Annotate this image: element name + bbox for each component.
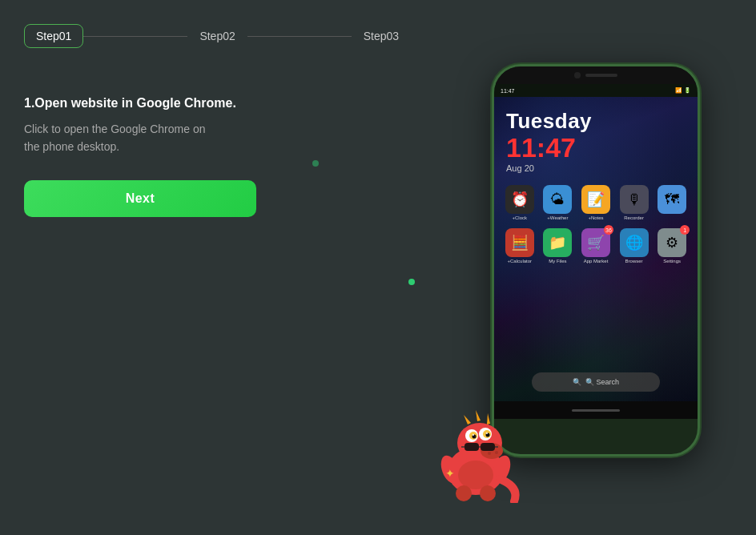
instruction-subtitle: Click to open the Google Chrome on the p… <box>24 120 280 156</box>
weather-icon: 🌤 <box>543 185 572 214</box>
app-clock: ⏰ +Clock <box>501 185 539 220</box>
market-icon: 🛒36 <box>581 228 610 257</box>
svg-point-21 <box>456 485 472 501</box>
phone-time: 11:47 <box>506 134 686 161</box>
phone-mockup: 11:47 📶 🔋 Tuesday 11:47 Aug 20 ⏰ +Clock … <box>492 64 700 457</box>
svg-rect-12 <box>481 443 495 451</box>
decorative-dot-5 <box>312 160 319 167</box>
notes-label: +Notes <box>588 215 603 220</box>
phone-day: Tuesday <box>506 109 686 134</box>
app-market: 🛒36 App Market <box>577 228 615 263</box>
recorder-label: Recorder <box>624 215 644 220</box>
dragon-character: ✦ <box>428 399 524 503</box>
browser-label: Browser <box>625 259 643 263</box>
phone-bottom-bar <box>494 401 698 419</box>
phone-screen: Tuesday 11:47 Aug 20 ⏰ +Clock 🌤 +Weather <box>494 97 698 401</box>
clock-label: +Clock <box>513 215 528 220</box>
app-calculator: 🧮 +Calculator <box>501 228 539 263</box>
search-text: 🔍 Search <box>585 378 619 386</box>
weather-label: +Weather <box>547 215 568 220</box>
svg-point-16 <box>488 452 491 455</box>
dragon-svg: ✦ <box>428 399 524 503</box>
svg-point-17 <box>495 451 498 454</box>
phone-search-bar: 🔍 🔍 Search <box>532 372 660 392</box>
files-icon: 📁 <box>543 228 572 257</box>
app-row-1: ⏰ +Clock 🌤 +Weather 📝 +Notes 🎙 Recorder <box>501 185 691 220</box>
market-label: App Market <box>584 259 609 263</box>
app-browser: 🌐 Browser <box>615 228 653 263</box>
svg-text:✦: ✦ <box>445 467 455 480</box>
step-3-label: Step03 <box>352 24 411 48</box>
step-line-1 <box>83 36 187 37</box>
settings-label: Settings <box>663 259 681 263</box>
calculator-label: +Calculator <box>508 259 533 263</box>
app-row-2: 🧮 +Calculator 📁 My Files 🛒36 App Market … <box>501 228 691 263</box>
app-maps: 🗺 <box>653 185 691 220</box>
phone-outer: 11:47 📶 🔋 Tuesday 11:47 Aug 20 ⏰ +Clock … <box>492 64 700 457</box>
phone-speaker <box>585 74 617 77</box>
step-2-label: Step02 <box>187 24 247 48</box>
svg-marker-25 <box>487 413 490 424</box>
app-settings: ⚙1 Settings <box>653 228 691 263</box>
decorative-dot-1 <box>408 279 415 285</box>
svg-marker-23 <box>464 415 471 424</box>
status-icons: 📶 🔋 <box>675 87 691 94</box>
recorder-icon: 🎙 <box>620 185 649 214</box>
app-files: 📁 My Files <box>539 228 577 263</box>
svg-rect-11 <box>464 443 479 451</box>
svg-marker-24 <box>476 410 481 421</box>
svg-point-9 <box>472 434 474 436</box>
maps-icon: 🗺 <box>657 185 686 214</box>
step-1-label: Step01 <box>24 24 83 48</box>
home-indicator <box>572 409 620 412</box>
step-3: Step03 <box>352 24 411 48</box>
browser-icon: 🌐 <box>620 228 649 257</box>
phone-date: Aug 20 <box>506 163 686 173</box>
phone-camera <box>574 72 581 78</box>
svg-point-10 <box>486 432 488 434</box>
calculator-icon: 🧮 <box>505 228 534 257</box>
instruction-title: 1.Open website in Google Chrome. <box>24 96 280 111</box>
step-2: Step02 <box>187 24 247 48</box>
notes-icon: 📝 <box>581 185 610 214</box>
phone-clock-area: Tuesday 11:47 Aug 20 <box>494 97 698 177</box>
search-icon: 🔍 <box>573 378 581 386</box>
svg-point-22 <box>480 485 496 501</box>
app-weather: 🌤 +Weather <box>539 185 577 220</box>
app-grid: ⏰ +Clock 🌤 +Weather 📝 +Notes 🎙 Recorder <box>494 177 698 263</box>
status-time: 11:47 <box>501 88 515 94</box>
step-line-2 <box>247 36 352 37</box>
svg-point-20 <box>458 461 493 489</box>
phone-top-bar <box>494 66 698 84</box>
left-content: 1.Open website in Google Chrome. Click t… <box>24 96 280 217</box>
phone-status-bar: 11:47 📶 🔋 <box>494 84 698 97</box>
next-button[interactable]: Next <box>24 180 256 217</box>
steps-header: Step01 Step02 Step03 <box>0 0 756 48</box>
files-label: My Files <box>549 259 566 263</box>
app-notes: 📝 +Notes <box>577 185 615 220</box>
clock-icon: ⏰ <box>505 185 534 214</box>
settings-icon: ⚙1 <box>657 228 686 257</box>
step-1: Step01 <box>24 24 83 48</box>
app-recorder: 🎙 Recorder <box>615 185 653 220</box>
